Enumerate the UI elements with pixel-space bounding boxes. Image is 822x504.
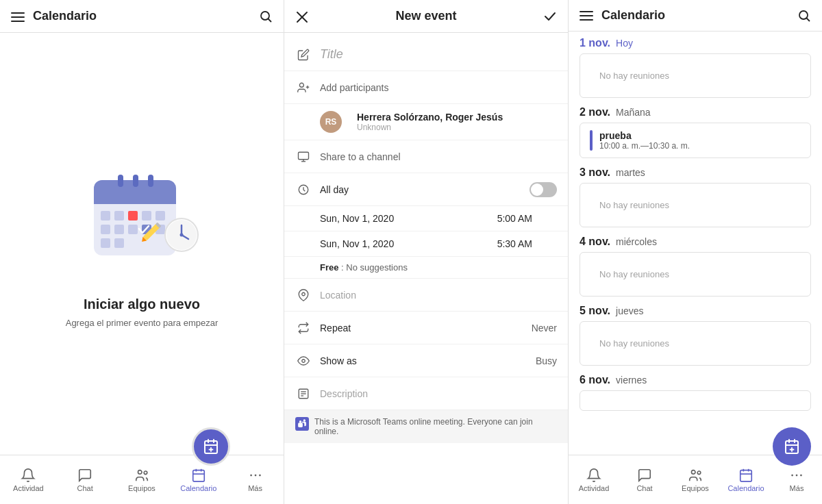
no-event-card-3: No hay reuniones [580,183,811,227]
event-card-prueba[interactable]: prueba 10:00 a. m.—10:30 a. m. [580,123,811,158]
activity-icon-right [586,467,601,483]
free-label: Free [320,262,338,273]
repeat-value: Never [532,323,557,333]
empty-subtitle: Agrega el primer evento para empezar [66,318,219,328]
right-panel: Calendario 1 nov. Hoy No hay reuniones 2… [569,0,822,504]
left-panel-title: Calendario [33,9,251,23]
svg-rect-8 [118,175,123,187]
all-day-row[interactable]: All day [284,173,568,206]
nav-item-mas-left[interactable]: Más [227,462,284,499]
search-icon-right[interactable] [797,9,811,23]
create-event-fab-right[interactable] [773,427,811,466]
svg-rect-12 [114,211,124,220]
no-event-text-5: No hay reuniones [590,331,679,355]
day-header-5: 5 nov. jueves [580,305,811,317]
add-participants-row[interactable]: Add participants [284,71,568,104]
nav-item-calendario-left[interactable]: Calendario [170,462,227,499]
event-name-prueba: prueba [599,130,690,141]
menu-icon[interactable] [11,8,25,24]
search-icon[interactable] [259,10,273,23]
event-time-prueba: 10:00 a. m.—10:30 a. m. [599,141,690,151]
svg-rect-39 [193,470,205,482]
empty-title: Iniciar algo nuevo [84,297,200,312]
start-date-row[interactable]: Sun, Nov 1, 2020 5:00 AM [284,206,568,231]
calendar-icon-left [191,467,206,483]
day-number-5: 5 nov. [580,305,610,317]
repeat-label: Repeat [320,323,523,333]
day-label-4: miércoles [616,236,657,247]
repeat-icon [295,322,312,334]
share-channel-row[interactable]: Share to a channel [284,140,568,173]
chat-icon-right [637,467,652,483]
location-row[interactable]: Location [284,279,568,312]
svg-point-44 [254,475,256,477]
teams-banner: This is a Microsoft Teams online meeting… [284,410,568,443]
left-body: Iniciar algo nuevo Agrega el primer even… [0,33,284,455]
all-day-toggle[interactable] [530,182,557,197]
start-date: Sun, Nov 1, 2020 [320,213,394,224]
nav-item-chat-right[interactable]: Chat [619,462,670,499]
add-participants-content: Add participants [320,82,557,93]
teams-icon-left [134,467,149,483]
title-input-wrapper[interactable] [320,47,557,62]
add-participants-label: Add participants [320,82,388,93]
nav-item-chat-left[interactable]: Chat [57,462,114,499]
day-header-4: 4 nov. miércoles [580,236,811,248]
no-event-card-1: No hay reuniones [580,53,811,98]
svg-rect-9 [133,175,138,187]
svg-rect-15 [155,211,165,220]
create-event-fab-left[interactable] [192,427,230,466]
nav-label-equipos-left: Equipos [128,484,155,492]
repeat-row[interactable]: Repeat Never [284,312,568,344]
day-label-2: Mañana [616,107,651,118]
nav-label-equipos-right: Equipos [682,484,709,492]
nav-item-equipos-right[interactable]: Equipos [670,462,721,499]
calendar-icon-right [738,467,754,483]
svg-rect-1 [11,16,25,18]
menu-icon-right[interactable] [580,9,593,23]
free-suggestions: : No suggestions [341,262,408,273]
pencil-icon [295,49,312,61]
svg-rect-18 [128,225,138,234]
event-details-prueba: prueba 10:00 a. m.—10:30 a. m. [599,130,690,151]
svg-point-30 [180,234,184,237]
show-as-row[interactable]: Show as Busy [284,344,568,377]
nav-label-chat-left: Chat [77,484,93,492]
middle-panel: New event Add participants RS [284,0,569,504]
day-header-1: 1 nov. Hoy [580,37,811,49]
svg-point-64 [299,420,301,423]
nav-item-calendario-right[interactable]: Calendario [721,462,771,499]
event-bar-prueba [590,130,593,151]
svg-rect-67 [580,19,593,21]
svg-point-45 [259,475,261,477]
calendar-days-list: 1 nov. Hoy No hay reuniones 2 nov. Mañan… [569,32,822,455]
description-row[interactable]: Description [284,377,568,410]
nav-item-actividad-right[interactable]: Actividad [569,462,619,499]
save-checkmark-icon[interactable] [543,10,557,23]
day-section-5: 5 nov. jueves No hay reuniones [580,305,811,366]
svg-point-63 [303,419,306,421]
participant-row: RS Herrera Solórzano, Roger Jesús Unknow… [284,104,568,140]
nav-label-chat-right: Chat [636,484,652,492]
nav-item-mas-right[interactable]: Más [771,462,822,499]
title-input[interactable] [320,47,557,62]
end-date-row[interactable]: Sun, Nov 1, 2020 5:30 AM [284,231,568,257]
eye-icon [295,355,312,367]
nav-item-equipos-left[interactable]: Equipos [114,462,171,499]
participant-avatar: RS [320,111,342,133]
day-section-2: 2 nov. Mañana prueba 10:00 a. m.—10:30 a… [580,106,811,158]
channel-icon [295,151,312,163]
svg-point-38 [144,471,147,475]
no-event-card-4: No hay reuniones [580,252,811,297]
svg-rect-7 [94,195,176,204]
activity-icon-left [21,467,36,483]
svg-rect-0 [11,12,25,14]
day-header-3: 3 nov. martes [580,166,811,179]
svg-point-3 [261,12,269,20]
close-icon[interactable] [295,8,309,24]
nav-item-actividad-left[interactable]: Actividad [0,462,57,499]
svg-line-69 [807,18,810,21]
day-number-6: 6 nov. [580,374,610,386]
left-panel: Calendario [0,0,284,504]
day-number-4: 4 nov. [580,236,610,248]
